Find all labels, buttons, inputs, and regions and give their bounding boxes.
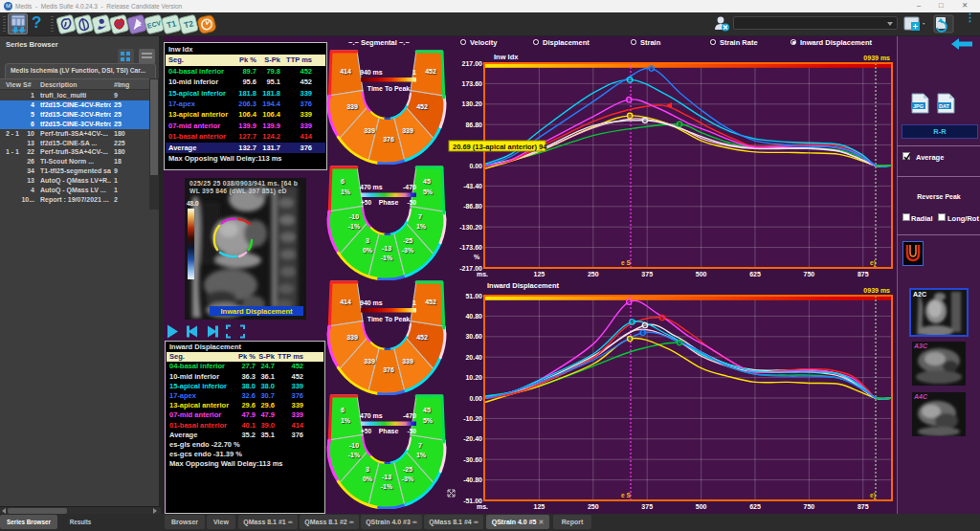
- svg-text:-30.60: -30.60: [463, 456, 482, 463]
- svg-text:Time To Peak: Time To Peak: [368, 85, 411, 92]
- svg-text:0%: 0%: [363, 476, 373, 482]
- svg-text:20.40: 20.40: [465, 354, 482, 361]
- svg-text:10.20: 10.20: [465, 374, 482, 381]
- svg-text:+50: +50: [361, 428, 371, 434]
- svg-text:Time To Peak: Time To Peak: [368, 316, 411, 322]
- svg-text:3: 3: [366, 466, 369, 473]
- svg-text:51.00: 51.00: [465, 293, 482, 299]
- svg-text:125: 125: [534, 503, 546, 510]
- svg-text:6: 6: [341, 407, 345, 413]
- svg-text:e): e): [870, 492, 876, 499]
- svg-text:452: 452: [425, 299, 436, 305]
- svg-text:1%: 1%: [416, 452, 427, 458]
- svg-text:0939 ms: 0939 ms: [863, 55, 890, 61]
- svg-text:339: 339: [346, 334, 358, 341]
- svg-text:-3%: -3%: [402, 247, 414, 254]
- svg-text:-43.40: -43.40: [463, 183, 482, 189]
- svg-text:e S: e S: [621, 492, 631, 498]
- svg-text:376: 376: [383, 366, 394, 373]
- svg-text:025/25 25 038/0903/941 ms. [64: 025/25 25 038/0903/941 ms. [64 b: [189, 180, 298, 188]
- svg-text:3: 3: [366, 237, 369, 244]
- svg-text:Inward Displacement: Inward Displacement: [220, 307, 293, 316]
- svg-text:-470: -470: [403, 412, 416, 419]
- svg-text:7: 7: [418, 213, 422, 220]
- svg-text:452: 452: [425, 68, 436, 75]
- svg-text:DAT: DAT: [939, 103, 950, 109]
- svg-text:500: 500: [696, 271, 707, 277]
- svg-text:625: 625: [749, 503, 761, 510]
- svg-text:339: 339: [364, 358, 375, 365]
- svg-text:-25: -25: [403, 466, 412, 473]
- svg-text:-20.40: -20.40: [463, 435, 482, 442]
- svg-text:130.20: 130.20: [462, 100, 483, 107]
- svg-text:339: 339: [402, 127, 413, 134]
- svg-text:-173.60: -173.60: [459, 244, 482, 251]
- svg-text:217.00: 217.00: [462, 60, 483, 67]
- svg-text:414: 414: [340, 68, 351, 75]
- svg-text:940 ms: 940 ms: [360, 69, 383, 76]
- svg-text:173.60: 173.60: [462, 80, 483, 87]
- svg-text:-10.20: -10.20: [463, 415, 482, 422]
- svg-text:750: 750: [804, 271, 815, 277]
- svg-text:48.0: 48.0: [187, 200, 199, 207]
- svg-text:-10: -10: [349, 213, 359, 220]
- svg-text:452: 452: [416, 334, 428, 341]
- svg-text:5%: 5%: [423, 417, 434, 424]
- svg-text:0.00: 0.00: [469, 395, 482, 402]
- svg-text:1%: 1%: [341, 188, 351, 195]
- svg-text:ms.: ms.: [477, 503, 488, 510]
- svg-text:45: 45: [423, 407, 431, 413]
- svg-text:%: %: [474, 254, 480, 260]
- svg-text:625: 625: [749, 271, 761, 277]
- svg-text:339: 339: [346, 103, 358, 110]
- svg-text:875: 875: [858, 503, 869, 510]
- svg-text:ms.: ms.: [477, 271, 488, 277]
- svg-text:+50: +50: [361, 199, 371, 206]
- svg-text:1%: 1%: [416, 223, 427, 230]
- svg-text:375: 375: [641, 271, 653, 277]
- svg-text:-3%: -3%: [402, 476, 414, 482]
- svg-text:JPG: JPG: [913, 103, 924, 109]
- svg-text:940 ms: 940 ms: [360, 299, 383, 306]
- svg-text:-86.80: -86.80: [463, 203, 482, 210]
- svg-text:-1%: -1%: [381, 483, 393, 490]
- svg-text:250: 250: [588, 271, 599, 277]
- svg-text:750: 750: [804, 503, 815, 510]
- svg-text:250: 250: [588, 503, 599, 510]
- svg-text:125: 125: [534, 271, 546, 277]
- svg-text:-1%: -1%: [348, 452, 361, 458]
- svg-text:470 ms: 470 ms: [360, 184, 383, 190]
- svg-text:-1%: -1%: [348, 223, 361, 230]
- svg-text:7: 7: [418, 442, 422, 449]
- svg-text:6: 6: [341, 178, 345, 185]
- svg-text:-50: -50: [408, 428, 417, 434]
- svg-text:-470: -470: [403, 184, 416, 190]
- svg-text:-13: -13: [382, 474, 391, 480]
- svg-text:-130.20: -130.20: [459, 224, 482, 231]
- svg-text:WL 395 846 (dWL 397 851) eD: WL 395 846 (dWL 397 851) eD: [189, 188, 287, 195]
- svg-text:500: 500: [696, 503, 707, 510]
- svg-text:339: 339: [364, 127, 375, 134]
- svg-text:-10: -10: [349, 442, 359, 449]
- svg-text:1: 1: [412, 299, 416, 306]
- svg-text:-50: -50: [408, 199, 417, 206]
- svg-text:470 ms: 470 ms: [360, 412, 383, 419]
- svg-text:875: 875: [858, 271, 869, 277]
- svg-text:339: 339: [402, 358, 413, 365]
- svg-text:1: 1: [412, 69, 416, 76]
- svg-text:e S: e S: [621, 259, 631, 266]
- svg-text:Phase: Phase: [379, 428, 399, 434]
- svg-text:45: 45: [423, 178, 431, 185]
- svg-text:0.00: 0.00: [469, 163, 482, 169]
- svg-text:375: 375: [641, 503, 653, 510]
- svg-text:414: 414: [340, 299, 351, 305]
- svg-text:-13: -13: [382, 245, 391, 252]
- svg-text:0939 ms: 0939 ms: [863, 287, 890, 294]
- svg-text:20.69 (13-apical anterior): 20.69 (13-apical anterior) 94: [453, 143, 547, 151]
- svg-text:-25: -25: [403, 237, 412, 244]
- svg-text:30.60: 30.60: [465, 333, 482, 340]
- svg-text:452: 452: [416, 103, 428, 110]
- svg-text:86.80: 86.80: [465, 122, 482, 128]
- svg-text:e): e): [870, 259, 876, 267]
- svg-text:0%: 0%: [363, 247, 373, 254]
